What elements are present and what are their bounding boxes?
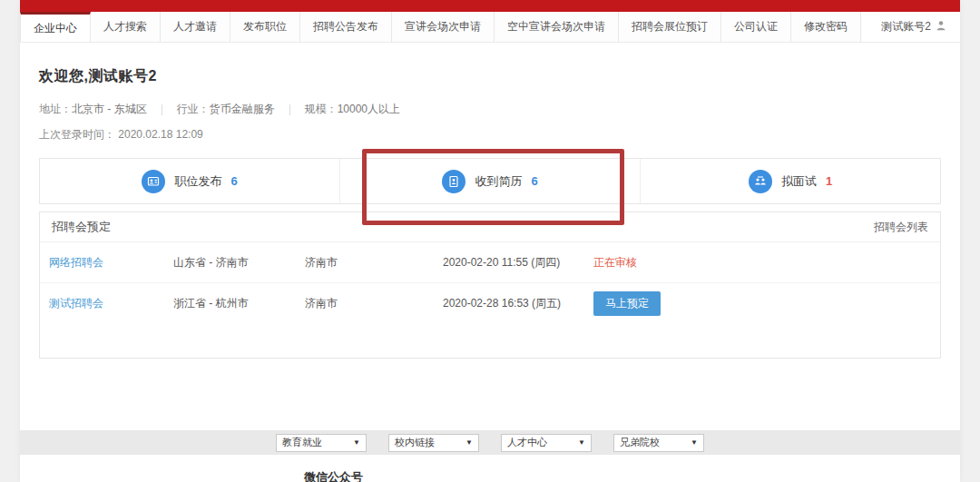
dropdown-education-employment[interactable]: 教育就业 ▼ [276, 434, 367, 452]
last-login: 上次登录时间： 2020.02.18 12:09 [39, 127, 941, 143]
stats-bar: 职位发布 6 收到简历 6 [39, 158, 941, 204]
stat-count: 6 [230, 174, 237, 188]
panel-header: 招聘会预定 招聘会列表 [40, 212, 940, 242]
job-fair-link[interactable]: 测试招聘会 [49, 297, 103, 310]
panel-title: 招聘会预定 [52, 219, 111, 235]
welcome-title: 欢迎您,测试账号2 [39, 67, 941, 86]
chevron-down-icon: ▼ [353, 438, 360, 447]
divider [289, 104, 290, 115]
page-container: 企业中心 人才搜索 人才邀请 发布职位 招聘公告发布 宣讲会场次申请 空中宣讲会… [20, 0, 960, 482]
job-fair-list-link[interactable]: 招聘会列表 [874, 220, 928, 235]
stat-label: 收到简历 [475, 173, 522, 190]
nav-tab-company-verify[interactable]: 公司认证 [721, 12, 791, 42]
chevron-down-icon: ▼ [466, 438, 473, 447]
job-fair-panel: 招聘会预定 招聘会列表 网络招聘会 山东省 - 济南市 济南市 2020-02-… [39, 211, 941, 359]
stat-label: 职位发布 [174, 173, 221, 190]
job-fair-link[interactable]: 网络招聘会 [49, 256, 103, 269]
stat-resumes-received[interactable]: 收到简历 6 [339, 159, 640, 203]
chevron-down-icon: ▼ [578, 438, 585, 447]
table-row: 测试招聘会 浙江省 - 杭州市 济南市 2020-02-28 16:53 (周五… [40, 283, 940, 324]
nav-tab-recruit-announcement[interactable]: 招聘公告发布 [300, 12, 392, 42]
city-cell: 济南市 [305, 255, 443, 271]
company-info-row: 地址： 北京市 - 东城区 行业： 货币金融服务 规模： 10000人以上 [39, 102, 941, 117]
time-cell: 2020-02-20 11:55 (周四) [443, 255, 593, 271]
stat-planned-interviews[interactable]: 拟面试 1 [640, 159, 940, 203]
nav-tab-talent-search[interactable]: 人才搜索 [91, 12, 161, 42]
region-cell: 山东省 - 济南市 [173, 255, 305, 271]
interview-icon [749, 170, 772, 193]
wechat-official-account-label: 微信公众号 [304, 469, 363, 482]
book-now-button[interactable]: 马上预定 [593, 291, 661, 316]
company-address: 地址： 北京市 - 东城区 [39, 102, 147, 117]
stat-job-posts[interactable]: 职位发布 6 [40, 159, 339, 203]
main-nav: 企业中心 人才搜索 人才邀请 发布职位 招聘公告发布 宣讲会场次申请 空中宣讲会… [20, 12, 960, 43]
nav-tab-online-info-session-apply[interactable]: 空中宣讲会场次申请 [495, 12, 619, 42]
account-name: 测试账号2 [881, 19, 931, 34]
dropdown-talent-center[interactable]: 人才中心 ▼ [501, 434, 592, 452]
dropdown-sister-schools[interactable]: 兄弟院校 ▼ [613, 434, 704, 452]
nav-tab-change-password[interactable]: 修改密码 [791, 12, 861, 42]
stat-count: 6 [531, 174, 537, 188]
account-menu[interactable]: 测试账号2 [867, 12, 960, 42]
resume-icon [442, 170, 466, 193]
nav-tab-booth-booking[interactable]: 招聘会展位预订 [619, 12, 721, 42]
nav-tab-enterprise-center[interactable]: 企业中心 [20, 12, 91, 42]
nav-tab-post-job[interactable]: 发布职位 [230, 12, 300, 42]
welcome-section: 欢迎您,测试账号2 地址： 北京市 - 东城区 行业： 货币金融服务 规模： 1… [20, 67, 960, 143]
dropdown-campus-links[interactable]: 校内链接 ▼ [388, 434, 479, 452]
user-icon [936, 20, 946, 34]
footer-links-bar: 教育就业 ▼ 校内链接 ▼ 人才中心 ▼ 兄弟院校 ▼ [20, 430, 960, 455]
job-post-icon [142, 170, 165, 193]
city-cell: 济南市 [305, 296, 443, 311]
divider [162, 104, 162, 115]
stat-count: 1 [826, 174, 832, 188]
nav-tab-info-session-apply[interactable]: 宣讲会场次申请 [392, 12, 495, 42]
top-red-bar [20, 0, 960, 12]
nav-tab-talent-invite[interactable]: 人才邀请 [161, 12, 230, 42]
stat-label: 拟面试 [781, 173, 817, 190]
region-cell: 浙江省 - 杭州市 [173, 296, 305, 311]
company-scale: 规模： 10000人以上 [305, 102, 400, 117]
company-industry: 行业： 货币金融服务 [177, 102, 275, 117]
status-badge: 正在审核 [593, 256, 637, 269]
table-row: 网络招聘会 山东省 - 济南市 济南市 2020-02-20 11:55 (周四… [40, 242, 940, 283]
time-cell: 2020-02-28 16:53 (周五) [443, 296, 593, 311]
chevron-down-icon: ▼ [691, 438, 698, 447]
